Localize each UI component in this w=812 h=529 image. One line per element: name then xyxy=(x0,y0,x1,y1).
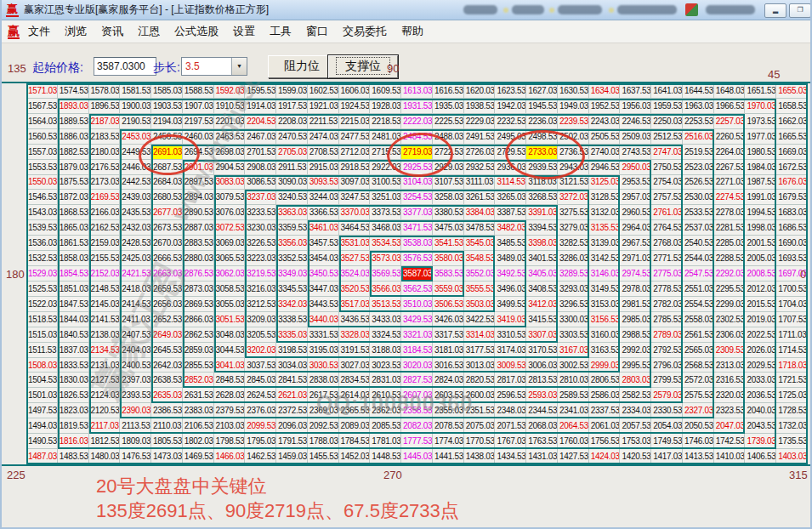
grid-cell: 2652.53 xyxy=(151,312,183,327)
grid-cell-key: 2719.03 xyxy=(401,145,433,160)
menu-item-1[interactable]: 浏览 xyxy=(65,24,87,39)
start-price-input[interactable] xyxy=(94,57,156,76)
grid-cell: 1746.03 xyxy=(683,434,714,449)
menu-item-6[interactable]: 工具 xyxy=(270,24,292,39)
menu-item-9[interactable]: 帮助 xyxy=(401,24,423,39)
angle-label-90: 90 xyxy=(387,62,399,75)
maximize-button[interactable]: ❐ xyxy=(789,3,811,18)
grid-cell: 2544.03 xyxy=(683,251,714,266)
grid-cell: 3272.03 xyxy=(558,190,589,205)
grid-cell: 2974.53 xyxy=(620,266,651,282)
grid-cell: 3142.53 xyxy=(589,251,621,266)
grid-cell: 3583.53 xyxy=(433,266,464,282)
grid-cell: 1487.03 xyxy=(26,449,58,464)
grid-cell: 2509.03 xyxy=(620,129,651,145)
grid-cell: 3027.03 xyxy=(339,358,371,373)
grid-cell: 1844.03 xyxy=(58,312,89,327)
angle-label-135: 135 xyxy=(8,62,26,75)
grid-cell: 2932.53 xyxy=(464,160,496,175)
grid-cell: 3002.53 xyxy=(558,358,589,373)
grid-cell: 2750.53 xyxy=(651,160,683,175)
grid-cell: 3380.53 xyxy=(433,205,464,220)
grid-cell: 2484.53 xyxy=(401,129,433,145)
grid-cell: 2155.53 xyxy=(89,251,121,266)
grid-cell: 2624.53 xyxy=(245,388,276,403)
grid-cell: 3520.53 xyxy=(339,282,371,297)
grid-cell: 1798.53 xyxy=(214,434,246,449)
grid-cell: 2393.53 xyxy=(120,388,151,403)
menu-item-3[interactable]: 江恩 xyxy=(138,24,160,39)
grid-cell: 2054.03 xyxy=(651,418,683,434)
censored-dot xyxy=(503,8,508,13)
grid-cell: 1641.03 xyxy=(651,83,683,99)
grid-cell: 1795.03 xyxy=(245,434,276,449)
grid-cell: 3282.53 xyxy=(558,236,589,251)
menu-item-4[interactable]: 公式选股 xyxy=(174,24,219,39)
grid-cell: 2715.53 xyxy=(370,145,401,160)
grid-cell: 2810.03 xyxy=(558,373,589,388)
grid-cell: 1441.53 xyxy=(433,449,464,464)
grid-cell: 2953.53 xyxy=(620,175,651,191)
grid-cell: 3356.03 xyxy=(276,236,308,251)
grid-cell: 1655.03 xyxy=(776,83,808,99)
grid-cell: 2131.03 xyxy=(89,358,121,373)
grid-cell: 2061.03 xyxy=(589,418,621,434)
grid-cell: 2229.03 xyxy=(464,114,496,129)
grid-cell: 2271.03 xyxy=(714,175,746,191)
grid-cell: 3370.03 xyxy=(339,205,371,220)
grid-cell: 2547.53 xyxy=(683,266,714,282)
grid-cell: 2600.03 xyxy=(464,388,496,403)
grid-cell: 1907.03 xyxy=(183,99,214,114)
grid-cell: 3548.53 xyxy=(464,251,496,266)
grid-cell: 1592.03 xyxy=(214,83,246,99)
grid-cell: 3195.03 xyxy=(308,343,339,358)
grid-cell: 3559.03 xyxy=(433,282,464,297)
grid-cell: 3083.03 xyxy=(214,175,246,191)
menu-item-2[interactable]: 资讯 xyxy=(101,24,123,39)
grid-cell: 1462.53 xyxy=(245,449,276,464)
grid-cell: 1858.03 xyxy=(58,251,89,266)
grid-cell: 2211.53 xyxy=(308,114,339,129)
chevron-down-icon[interactable]: ▼ xyxy=(231,58,247,75)
grid-cell: 2743.53 xyxy=(620,145,651,160)
grid-cell: 2621.03 xyxy=(276,388,308,403)
grid-cell: 2705.03 xyxy=(276,145,308,160)
minimize-button[interactable]: ▂ xyxy=(764,3,786,18)
menu-item-5[interactable]: 设置 xyxy=(233,24,255,39)
grid-cell: 2439.03 xyxy=(120,190,151,205)
grid-cell: 2782.03 xyxy=(651,297,683,312)
grid-cell: 3531.03 xyxy=(339,236,371,251)
grid-cell: 1921.03 xyxy=(308,99,339,114)
grid-cell: 1690.03 xyxy=(776,236,808,251)
resistance-button[interactable]: 阻力位 xyxy=(268,55,336,78)
grid-cell: 2197.53 xyxy=(183,114,214,129)
grid-cell: 2173.03 xyxy=(89,175,121,191)
grid-cell: 2323.53 xyxy=(714,403,746,418)
grid-cell: 3044.53 xyxy=(214,343,246,358)
grid-cell: 1410.03 xyxy=(714,449,746,464)
grid-cell: 3573.03 xyxy=(370,251,401,266)
grid-cell: 3275.53 xyxy=(558,205,589,220)
grid-cell: 1588.53 xyxy=(183,83,214,99)
grid-cell: 1945.53 xyxy=(526,99,558,114)
grid-cell: 1931.53 xyxy=(401,99,433,114)
grid-cell: 2579.03 xyxy=(651,388,683,403)
step-combobox[interactable]: 3.5 ▼ xyxy=(181,57,247,76)
grid-cell: 1473.03 xyxy=(151,449,183,464)
grid-cell: 2915.03 xyxy=(308,160,339,175)
grid-cell: 3387.53 xyxy=(495,205,526,220)
grid-cell: 2992.03 xyxy=(620,343,651,358)
grid-cell: 2113.53 xyxy=(120,418,151,434)
grid-cell: 2141.53 xyxy=(89,312,121,327)
menu-item-7[interactable]: 窗口 xyxy=(306,24,328,39)
menu-item-0[interactable]: 文件 xyxy=(28,24,50,39)
grid-cell: 3349.03 xyxy=(276,266,308,282)
grid-cell: 1889.53 xyxy=(58,114,89,129)
grid-cell: 1756.53 xyxy=(589,434,621,449)
app-window: { "window": { "title": "赢家江恩专业版[赢家服务平台] … xyxy=(0,0,812,529)
grid-cell: 3076.03 xyxy=(214,205,246,220)
grid-cell: 3454.03 xyxy=(308,251,339,266)
menu-item-8[interactable]: 交易委托 xyxy=(343,24,387,39)
grid-cell: 2236.03 xyxy=(526,114,558,129)
grid-cell: 2145.03 xyxy=(89,297,121,312)
